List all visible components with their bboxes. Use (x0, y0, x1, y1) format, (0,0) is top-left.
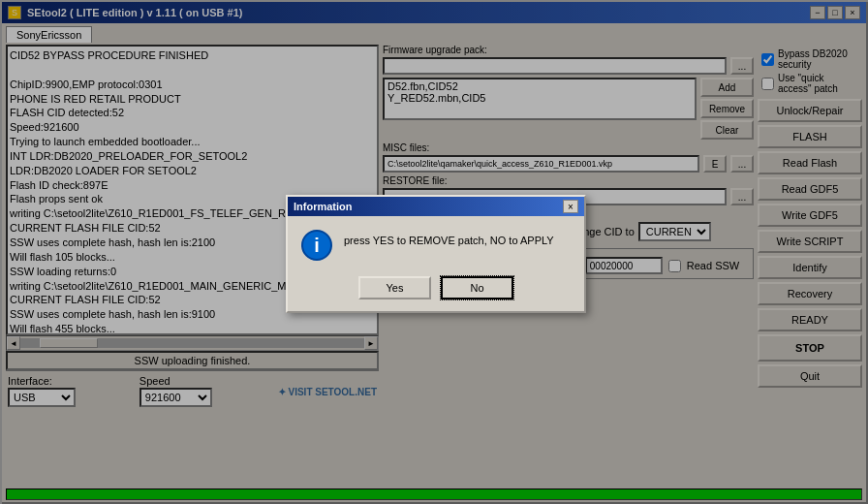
information-dialog: Information × i press YES to REMOVE patc… (286, 195, 586, 313)
dialog-title-text: Information (294, 201, 353, 212)
dialog-overlay: Information × i press YES to REMOVE patc… (2, 2, 868, 504)
dialog-no-button[interactable]: No (441, 276, 513, 299)
dialog-yes-button[interactable]: Yes (358, 276, 431, 299)
dialog-title-bar: Information × (288, 197, 584, 216)
info-icon: i (301, 230, 332, 261)
dialog-buttons: Yes No (288, 270, 584, 311)
dialog-body: i press YES to REMOVE patch, NO to APPLY (288, 216, 584, 270)
dialog-close-button[interactable]: × (563, 200, 578, 213)
dialog-message: press YES to REMOVE patch, NO to APPLY (344, 230, 554, 248)
